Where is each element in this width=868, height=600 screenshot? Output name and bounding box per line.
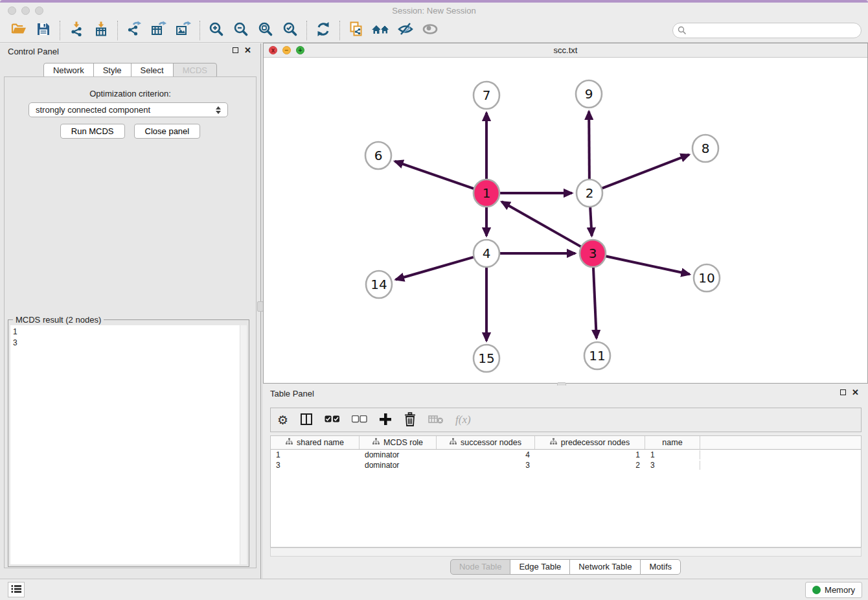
graph-node-label-10: 10 [698,270,714,286]
status-bar: Memory [0,579,868,600]
export-image-button[interactable] [171,20,196,41]
table-panel-tabs: Node Table Edge Table Network Table Moti… [263,559,868,575]
zoom-fit-button[interactable] [253,20,278,41]
function-builder-icon[interactable]: f(x) [455,413,471,426]
import-table-icon [93,21,109,40]
cell-mcds-role: dominator [360,461,437,470]
main-toolbar [0,18,868,43]
hide-selected-button[interactable] [393,20,418,41]
titlebar: Session: New Session [0,3,868,18]
refresh-view-button[interactable] [311,20,336,41]
column-header-shared-name[interactable]: shared name [271,436,360,449]
column-header-successor-nodes[interactable]: successor nodes [437,436,535,449]
table-row[interactable]: 3 dominator 3 2 3 [271,460,861,470]
toolbar-separator [60,21,60,40]
graph-node-label-4: 4 [483,246,491,261]
duplicate-network-button[interactable] [344,20,369,41]
graph-edge-1-6[interactable] [395,161,475,189]
memory-button[interactable]: Memory [805,582,862,598]
export-image-icon [175,21,192,40]
add-column-icon[interactable] [379,413,392,428]
graph-node-label-6: 6 [374,148,383,163]
tab-motifs[interactable]: Motifs [640,559,681,575]
column-header-mcds-role[interactable]: MCDS role [360,436,437,449]
tree-icon [286,438,293,447]
import-table-button[interactable] [89,20,113,41]
graph-edge-3-10[interactable] [606,256,690,274]
column-header-predecessor-nodes[interactable]: predecessor nodes [535,436,645,449]
zoom-in-button[interactable] [204,20,229,41]
cell-mcds-role: dominator [360,450,437,459]
toolbar-separator [117,21,118,40]
zoom-out-icon [233,21,249,40]
tab-node-table[interactable]: Node Table [450,559,511,575]
float-table-panel-icon[interactable] [840,389,846,395]
column-header-name[interactable]: name [645,436,700,449]
cell-shared-name: 3 [271,461,360,470]
search-icon [678,26,687,37]
open-session-button[interactable] [6,20,31,41]
tab-edge-table[interactable]: Edge Table [510,559,570,575]
network-window-title: scc.txt [264,45,867,55]
cell-name: 3 [645,461,700,470]
graph-edge-4-14[interactable] [396,257,474,280]
control-panel: Control Panel ✕ Network Style Select MCD… [0,43,261,579]
import-network-button[interactable] [64,20,89,41]
refresh-icon [315,21,332,40]
close-table-panel-icon[interactable]: ✕ [852,389,859,395]
tree-icon [372,438,380,447]
search-field-wrap [672,23,862,38]
float-panel-icon[interactable] [233,47,238,53]
cell-predecessor-nodes: 1 [535,450,645,459]
graph-node-label-15: 15 [478,351,494,366]
cell-successor-nodes: 3 [437,461,535,470]
network-canvas[interactable]: 7968124314101511 [264,58,867,383]
toggle-panel-columns-icon[interactable] [300,413,313,428]
select-all-checkboxes-icon[interactable] [325,415,340,425]
list-icon [11,584,21,595]
toolbar-separator [306,21,307,40]
graph-edge-2-3[interactable] [590,206,591,236]
table-horizontal-scrollbar[interactable] [270,548,862,557]
delete-column-trash-icon[interactable] [404,412,417,428]
graph-edge-3-1[interactable] [501,202,581,247]
export-network-button[interactable] [122,20,146,41]
save-floppy-icon [35,21,52,40]
duplicate-network-icon [348,21,365,40]
table-row[interactable]: 1 dominator 4 1 1 [271,450,861,460]
cell-name: 1 [645,450,700,459]
export-table-button[interactable] [146,20,171,41]
result-scrollbar[interactable] [240,325,247,564]
network-window-titlebar: scc.txt x − + [264,43,867,58]
show-log-button[interactable] [8,582,25,597]
graph-node-label-11: 11 [589,348,605,363]
tab-network-table[interactable]: Network Table [569,559,641,575]
close-panel-button[interactable]: Close panel [134,124,201,139]
close-panel-icon[interactable]: ✕ [244,47,251,53]
delete-table-icon[interactable] [428,414,444,426]
mcds-result-text[interactable]: 1 3 [10,325,240,564]
tree-icon [550,438,557,447]
result-line: 3 [13,338,237,349]
deselect-all-checkboxes-icon[interactable] [352,415,367,425]
search-input[interactable] [672,23,862,38]
run-mcds-button[interactable]: Run MCDS [60,124,125,139]
save-session-button[interactable] [31,20,56,41]
graph-edge-2-9[interactable] [589,111,589,180]
cell-shared-name: 1 [271,450,360,459]
show-all-networks-button[interactable] [369,20,393,41]
graph-node-label-2: 2 [586,185,594,201]
graph-edge-3-11[interactable] [593,266,597,338]
zoom-out-button[interactable] [229,20,253,41]
cell-predecessor-nodes: 2 [535,461,645,470]
graph-node-label-1: 1 [483,185,491,201]
criterion-dropdown[interactable]: strongly connected component [29,102,228,117]
zoom-selected-button[interactable] [278,20,303,41]
control-panel-title: Control Panel [8,47,59,56]
result-line: 1 [13,327,237,338]
table-settings-gear-icon[interactable]: ⚙ [277,413,288,428]
show-graphics-details-button[interactable] [418,20,442,41]
window-title: Session: New Session [0,6,868,16]
graph-edge-2-8[interactable] [602,155,689,189]
criterion-selected-value: strongly connected component [36,105,150,115]
